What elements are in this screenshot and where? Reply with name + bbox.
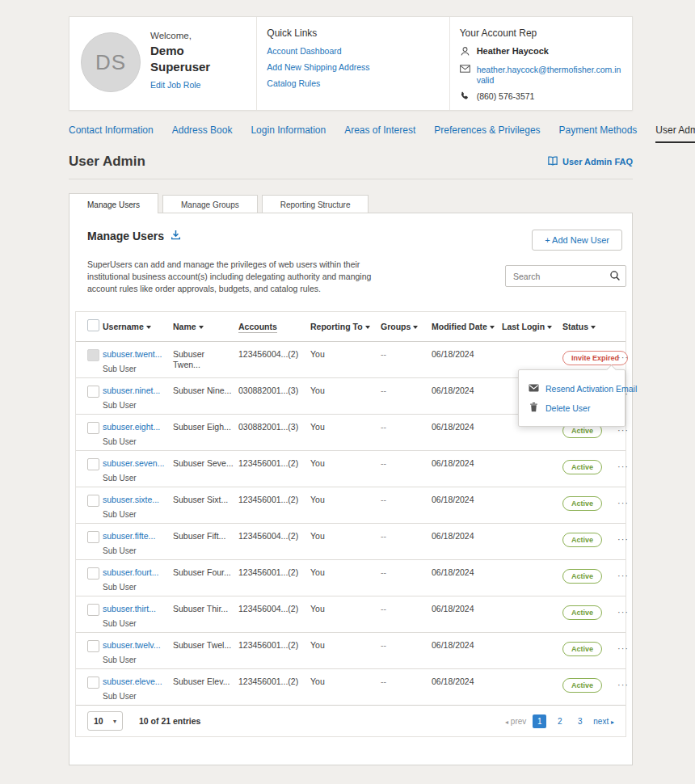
accounts-cell: 123456001...(2) (238, 677, 310, 687)
add-new-user-button[interactable]: + Add New User (532, 230, 622, 251)
user-role: Sub User (103, 400, 168, 411)
status-badge: Active (562, 533, 602, 547)
table-row: subuser.seven... Sub User Subuser Seve..… (76, 451, 626, 487)
quick-link-add-new-shipping-address[interactable]: Add New Shipping Address (267, 62, 439, 72)
manage-users-description: SuperUsers can add and manage the privil… (87, 259, 396, 295)
quick-link-catalog-rules[interactable]: Catalog Rules (267, 78, 439, 88)
account-rep-email-link[interactable]: heather.haycock@thermofisher.com.invalid (477, 65, 622, 86)
name-cell: Subuser Fift... (173, 531, 238, 542)
row-actions-button[interactable]: ··· (617, 534, 629, 544)
nav-tab-address-book[interactable]: Address Book (172, 124, 233, 136)
nav-tab-login-information[interactable]: Login Information (251, 124, 326, 136)
row-checkbox[interactable] (87, 640, 99, 652)
user-admin-faq-link[interactable]: User Admin FAQ (547, 156, 633, 167)
page-button-2[interactable]: 2 (553, 714, 567, 728)
modified-date-cell: 06/18/2024 (432, 640, 502, 651)
row-checkbox[interactable] (87, 422, 99, 434)
username-link[interactable]: subuser.sixte... (103, 495, 168, 505)
page-size-select[interactable]: 10▾ (87, 711, 123, 731)
username-link[interactable]: subuser.fifte... (103, 531, 168, 542)
nav-tab-contact-information[interactable]: Contact Information (69, 124, 154, 136)
sort-caret-icon (199, 326, 204, 329)
manage-users-panel: Manage Users + Add New User SuperUsers c… (69, 213, 633, 765)
person-icon (460, 46, 471, 59)
username-link[interactable]: subuser.twent... (103, 349, 168, 360)
quick-link-account-dashboard[interactable]: Account Dashboard (267, 46, 439, 56)
groups-cell: -- (381, 495, 432, 505)
username-link[interactable]: subuser.twelv... (103, 640, 168, 651)
row-actions-button[interactable]: ··· (617, 680, 629, 689)
menu-item-delete-user[interactable]: Delete User (519, 398, 625, 418)
page-button-3[interactable]: 3 (573, 714, 587, 728)
row-checkbox[interactable] (87, 349, 99, 361)
nav-tab-preferences-privileges[interactable]: Preferences & Privileges (434, 124, 540, 136)
select-all-checkbox[interactable] (87, 319, 99, 331)
groups-cell: -- (381, 640, 432, 651)
accounts-cell: 123456004...(2) (238, 349, 310, 360)
row-checkbox[interactable] (87, 386, 99, 398)
accounts-cell: 123456001...(2) (238, 458, 310, 469)
user-role: Sub User (103, 691, 168, 702)
username-link[interactable]: subuser.thirt... (103, 604, 168, 614)
modified-date-cell: 06/18/2024 (432, 349, 502, 360)
modified-date-cell: 06/18/2024 (432, 604, 502, 614)
row-actions-button[interactable]: ··· (617, 498, 629, 508)
sort-caret-icon (365, 326, 370, 329)
next-page-button[interactable]: next ▸ (593, 717, 614, 726)
edit-job-role-link[interactable]: Edit Job Role (150, 80, 200, 90)
column-header-groups[interactable]: Groups (381, 322, 432, 331)
column-header-name[interactable]: Name (173, 322, 238, 331)
user-role: Sub User (103, 436, 168, 447)
nav-tab-areas-of-interest[interactable]: Areas of Interest (344, 124, 415, 136)
user-role: Sub User (103, 655, 168, 665)
column-header-status[interactable]: Status (562, 322, 617, 331)
row-checkbox[interactable] (87, 604, 99, 616)
tab-manage-users[interactable]: Manage Users (69, 193, 158, 213)
prev-arrow-icon: ◂ (505, 719, 508, 726)
column-header-username[interactable]: Username (103, 322, 173, 331)
avatar: DS (81, 32, 141, 92)
tab-reporting-structure[interactable]: Reporting Structure (262, 195, 369, 213)
row-checkbox[interactable] (87, 531, 99, 543)
username-link[interactable]: subuser.seven... (103, 458, 168, 469)
row-actions-button[interactable]: ··· (617, 607, 629, 617)
user-role: Sub User (103, 582, 168, 592)
welcome-label: Welcome, (150, 31, 223, 40)
row-actions-button[interactable]: ··· (617, 643, 629, 653)
column-header-modified-date[interactable]: Modified Date (432, 322, 502, 331)
nav-tab-user-admin[interactable]: User Admin (655, 124, 695, 143)
download-icon[interactable] (171, 230, 181, 242)
row-checkbox[interactable] (87, 458, 99, 470)
accounts-cell: 123456001...(2) (238, 640, 310, 651)
table-row: subuser.fifte... Sub User Subuser Fift..… (76, 524, 626, 560)
table-row: subuser.twelv... Sub User Subuser Twel..… (76, 633, 626, 669)
search-input[interactable] (505, 265, 626, 287)
groups-cell: -- (381, 677, 432, 687)
username-link[interactable]: subuser.ninet... (103, 386, 168, 396)
username-link[interactable]: subuser.eleve... (103, 677, 168, 687)
phone-icon (460, 91, 471, 103)
page-button-1[interactable]: 1 (533, 714, 546, 728)
username-link[interactable]: subuser.fourt... (103, 567, 168, 578)
row-actions-button[interactable]: ··· (617, 352, 629, 362)
search-icon[interactable] (609, 270, 621, 285)
account-rep-phone: (860) 576-3571 (477, 91, 535, 102)
column-header-last-login[interactable]: Last Login (502, 322, 562, 331)
name-cell: Subuser Twel... (173, 640, 238, 651)
row-actions-button[interactable]: ··· (617, 571, 629, 580)
prev-page-button[interactable]: ◂ prev (505, 717, 526, 726)
menu-item-resend-activation-email[interactable]: Resend Activation Email (519, 380, 625, 398)
next-arrow-icon: ▸ (611, 719, 614, 726)
row-checkbox[interactable] (87, 567, 99, 580)
row-checkbox[interactable] (87, 677, 99, 689)
row-actions-button[interactable]: ··· (617, 462, 629, 471)
username-link[interactable]: subuser.eight... (103, 422, 168, 432)
modified-date-cell: 06/18/2024 (432, 677, 502, 687)
tab-manage-groups[interactable]: Manage Groups (162, 195, 258, 213)
nav-tab-payment-methods[interactable]: Payment Methods (559, 124, 638, 136)
sort-caret-icon (413, 326, 418, 329)
row-checkbox[interactable] (87, 495, 99, 507)
name-cell: Subuser Thir... (173, 604, 238, 614)
column-header-reporting-to[interactable]: Reporting To (310, 322, 381, 331)
trash-icon (529, 402, 539, 414)
